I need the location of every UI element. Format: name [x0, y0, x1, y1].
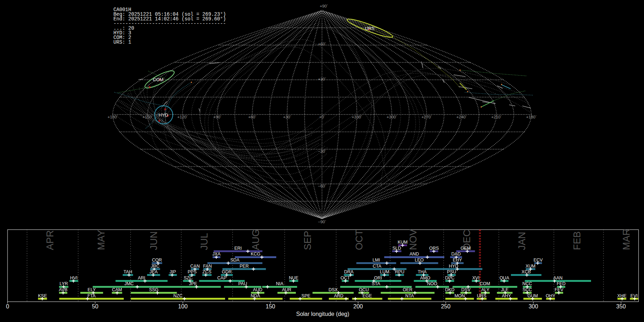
svg-text:HVI: HVI — [70, 275, 78, 280]
svg-text:AVB: AVB — [59, 287, 68, 292]
svg-text:APR: APR — [45, 230, 55, 250]
svg-text:LEO: LEO — [415, 258, 424, 263]
svg-text:−60°: −60° — [318, 184, 326, 188]
svg-text:AUR: AUR — [282, 287, 291, 292]
svg-text:CAN: CAN — [190, 264, 200, 269]
svg-text:NZC: NZC — [173, 293, 182, 298]
svg-text:JLE: JLE — [501, 287, 509, 292]
svg-text:50: 50 — [92, 303, 98, 309]
svg-text:NCC: NCC — [522, 281, 532, 286]
svg-text:OCT: OCT — [354, 230, 365, 250]
svg-text:EVI: EVI — [630, 293, 638, 298]
svg-text:JPE: JPE — [189, 281, 197, 286]
svg-text:AHY: AHY — [502, 293, 511, 298]
svg-text:GDR: GDR — [222, 269, 232, 274]
svg-text:STA: STA — [372, 281, 380, 286]
svg-text:RPU: RPU — [395, 269, 404, 274]
svg-text:FTA: FTA — [87, 293, 96, 298]
svg-text:FEV: FEV — [555, 287, 564, 292]
svg-text:JIP: JIP — [170, 269, 176, 274]
svg-text:+90°: +90° — [320, 4, 328, 8]
svg-text:EHY: EHY — [453, 258, 462, 263]
svg-text:GEM: GEM — [460, 246, 470, 251]
svg-text:XCB: XCB — [522, 269, 531, 274]
svg-text:DSV: DSV — [461, 287, 470, 292]
svg-text:ORI: ORI — [374, 275, 382, 280]
svg-text:MAR: MAR — [621, 229, 632, 250]
svg-text:KSE: KSE — [38, 293, 47, 298]
svg-text:LMI: LMI — [372, 258, 380, 263]
svg-text:JMC: JMC — [125, 281, 134, 286]
svg-text:SLD: SLD — [392, 246, 401, 251]
svg-text:+180°: +180° — [108, 115, 118, 119]
svg-text:FEB: FEB — [572, 231, 582, 250]
svg-text:TAH: TAH — [123, 269, 132, 274]
svg-text:HYD: HYD — [158, 113, 168, 118]
svg-text:ALY: ALY — [481, 287, 489, 292]
svg-text:+30°: +30° — [283, 115, 291, 119]
svg-text:+150°: +150° — [142, 115, 153, 119]
svg-text:+180°: +180° — [526, 115, 537, 119]
svg-text:EGE: EGE — [362, 293, 372, 298]
svg-text:DRA: DRA — [344, 269, 354, 274]
svg-text:NIA: NIA — [276, 281, 284, 286]
svg-text:PAU: PAU — [238, 281, 247, 286]
svg-text:NDA: NDA — [251, 293, 260, 298]
svg-text:−90°: −90° — [318, 220, 326, 224]
svg-text:GUM: GUM — [527, 293, 538, 298]
svg-text:KUM: KUM — [397, 240, 408, 245]
svg-text:HYD: HYD — [449, 264, 458, 269]
svg-text:MAY: MAY — [96, 230, 107, 250]
svg-text:+210°: +210° — [491, 115, 502, 119]
svg-text:LUM: LUM — [380, 269, 389, 274]
svg-text:NUE: NUE — [289, 275, 298, 280]
svg-text:DKD: DKD — [445, 287, 454, 292]
svg-text:NOV: NOV — [408, 229, 419, 250]
svg-text:QUA: QUA — [499, 275, 509, 280]
svg-text:JUL: JUL — [199, 233, 210, 250]
svg-text:SZC: SZC — [184, 275, 192, 280]
svg-text:OHY: OHY — [546, 293, 556, 298]
svg-text:+120°: +120° — [177, 115, 188, 119]
svg-text:COM: COM — [480, 281, 490, 286]
svg-text:+300°: +300° — [387, 115, 397, 119]
svg-text:SSG: SSG — [149, 287, 158, 292]
svg-text:DSX: DSX — [328, 287, 338, 292]
svg-text:ECV: ECV — [533, 258, 543, 263]
svg-text:OER: OER — [403, 287, 413, 292]
svg-text:+60°: +60° — [318, 42, 326, 46]
svg-text:SDA: SDA — [230, 258, 240, 263]
svg-text:+240°: +240° — [457, 115, 467, 119]
svg-text:OCU: OCU — [359, 287, 369, 292]
svg-text:NOO: NOO — [427, 281, 438, 286]
svg-text:OCT: OCT — [341, 275, 350, 280]
svg-text:FED: FED — [557, 281, 566, 286]
svg-text:JXA: JXA — [213, 252, 221, 257]
svg-text:AAN: AAN — [553, 275, 563, 280]
svg-text:CTA: CTA — [373, 264, 382, 269]
svg-text:CQR: CQR — [152, 258, 162, 263]
svg-text:XHE: XHE — [617, 293, 626, 298]
svg-text:200: 200 — [353, 303, 363, 309]
svg-text:ERI: ERI — [234, 246, 242, 251]
svg-text:PSU: PSU — [447, 269, 456, 274]
svg-text:JAN: JAN — [517, 232, 527, 250]
svg-text:ARI: ARI — [138, 275, 145, 280]
svg-text:+60°: +60° — [248, 115, 257, 119]
svg-text:250: 250 — [441, 303, 450, 309]
svg-text:ZCS: ZCS — [203, 269, 211, 274]
svg-text:+330°: +330° — [352, 115, 362, 119]
svg-text:URS: 1: URS: 1 — [113, 40, 131, 45]
svg-text:FAN: FAN — [203, 264, 212, 269]
svg-text:KCG: KCG — [251, 252, 260, 257]
svg-text:100: 100 — [178, 303, 188, 309]
svg-text:AMO: AMO — [420, 275, 430, 280]
svg-text:350: 350 — [616, 303, 626, 309]
svg-text:URS: URS — [477, 293, 486, 298]
svg-text:CAM: CAM — [112, 287, 122, 292]
svg-text:+90°: +90° — [213, 115, 221, 119]
svg-text:THA: THA — [418, 269, 427, 274]
svg-text:ELY: ELY — [88, 287, 96, 292]
svg-text:SEP: SEP — [302, 231, 313, 250]
svg-text:0: 0 — [6, 303, 9, 309]
